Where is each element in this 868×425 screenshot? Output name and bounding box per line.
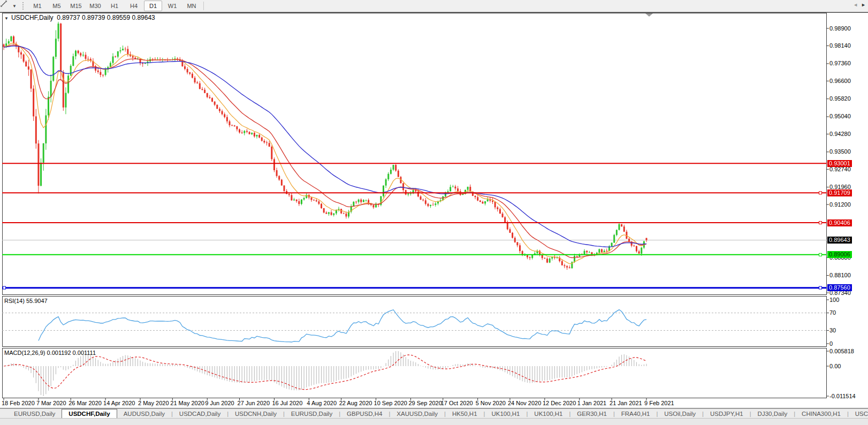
chart-tab-USOil-Daily[interactable]: USOil,Daily [658,409,702,419]
timeframe-button-group: M1M5M15M30H1H4D1W1MN [28,1,201,11]
rsi-axis-tick: 70 [829,309,836,316]
chart-title-ohlc: 0.89737 0.89739 0.89559 0.89643 [57,14,155,21]
status-bar [0,418,868,425]
chart-tab-UK100-H1[interactable]: UK100,H1 [528,409,569,419]
chart-tab-USDCNH-Daily[interactable]: USDCNH,Daily [229,409,283,419]
rsi-axis-tick: 100 [829,297,839,303]
level-line-handle[interactable] [819,222,822,224]
price-axis-tick: 0.93500 [829,148,851,155]
macd-axis-tick: 0.00 [829,363,841,369]
price-axis-tick: 0.91200 [829,201,851,208]
date-axis-label: 26 Mar 2020 [68,400,102,406]
date-axis-label: 9 Jun 2020 [205,400,234,406]
current-price-label: 0.89643 [827,237,852,244]
date-axis-label: 16 Jul 2020 [272,400,302,406]
timeframe-button-H4[interactable]: H4 [125,1,143,11]
timeframe-button-MN[interactable]: MN [182,1,201,11]
date-axis-label: 24 Nov 2020 [508,400,541,406]
toolbar: ▼ M1M5M15M30H1H4D1W1MN [0,0,868,12]
macd-pane[interactable] [3,348,827,398]
date-axis-label: 1 Jan 2021 [577,400,606,406]
date-axis-label: 5 Nov 2020 [476,400,506,406]
chart-tab-CHINA300-H1[interactable]: CHINA300,H1 [795,409,847,419]
chevron-down-icon[interactable]: ▼ [11,1,18,11]
level-price-label: 0.91709 [827,189,852,196]
rsi-pane[interactable] [3,297,827,347]
price-axis-tick: 0.98900 [829,25,851,32]
timeframe-button-W1[interactable]: W1 [163,1,181,11]
level-line-handle[interactable] [3,286,6,289]
chart-canvas[interactable] [0,0,868,408]
timeframe-button-H1[interactable]: H1 [105,1,124,11]
date-axis-label: 9 Feb 2021 [644,400,674,406]
chart-tab-GER30-H1[interactable]: GER30,H1 [570,409,613,419]
date-axis-label: 12 Dec 2020 [543,400,576,406]
chart-tab-FRA40-H1[interactable]: FRA40,H1 [615,409,657,419]
level-line-handle[interactable] [819,286,822,289]
level-price-label: 0.89006 [827,251,852,258]
date-axis-label: 10 Sep 2020 [374,400,407,406]
chart-tab-EURUSD-Daily[interactable]: EURUSD,Daily [285,409,339,419]
timeframe-button-M1[interactable]: M1 [28,1,47,11]
cursor-tool-icon[interactable] [2,1,11,11]
price-axis-tick: 0.96600 [829,78,851,84]
level-line-handle[interactable] [819,192,822,194]
timeframe-button-M5[interactable]: M5 [48,1,66,11]
chart-tab-HK50-H1[interactable]: HK50,H1 [446,409,484,419]
price-axis-tick: 0.94280 [829,131,851,137]
toolbar-separator [203,2,204,10]
timeframe-button-M30[interactable]: M30 [86,1,104,11]
date-axis-label: 18 Feb 2020 [2,400,35,406]
trading-terminal-window: ▼ M1M5M15M30H1H4D1W1MN ▼USDCHF,Daily 0.8… [0,0,868,425]
chart-tab-USC[interactable]: USC [849,409,868,419]
chart-tab-DJ30-Daily[interactable]: DJ30,Daily [751,409,794,419]
chart-tab-AUDUSD-Daily[interactable]: AUDUSD,Daily [117,409,171,419]
date-axis-label: 29 Sep 2020 [408,400,441,406]
level-price-label: 0.93001 [827,160,852,167]
date-axis-label: 14 Apr 2020 [103,400,135,406]
rsi-axis-tick: 0 [829,340,833,347]
chart-menu-caret-icon[interactable]: ▼ [4,16,9,21]
price-axis-tick: 0.97360 [829,60,851,66]
date-axis-label: 17 Oct 2020 [441,400,473,406]
chart-tab-GBPUSD-H4[interactable]: GBPUSD,H4 [340,409,389,419]
level-line-handle[interactable] [819,253,822,256]
chart-tab-bar: EURUSD,DailyUSDCHF,DailyAUDUSD,Daily|USD… [0,408,868,419]
date-axis-label: 7 Mar 2020 [36,400,66,406]
timeframe-button-M15[interactable]: M15 [67,1,85,11]
date-axis-label: 21 Jan 2021 [610,400,642,406]
level-price-label: 0.87560 [827,284,852,291]
date-axis-label: 2 May 2020 [138,400,169,406]
macd-axis-tick: -0.011514 [829,393,856,399]
rsi-axis-tick: 30 [829,327,836,333]
date-axis-label: 4 Aug 2020 [307,400,337,406]
price-axis-tick: 0.88100 [829,272,851,278]
tab-scroll-right-icon[interactable]: ► [860,2,867,8]
chart-title-symbol: USDCHF,Daily [11,14,54,21]
chart-title: ▼USDCHF,Daily 0.89737 0.89739 0.89559 0.… [4,14,155,21]
timeframe-button-D1[interactable]: D1 [144,1,162,11]
toolbar-drag-handle[interactable] [22,2,25,10]
macd-indicator-label: MACD(12,26,9) 0.001192 0.001111 [4,350,96,356]
price-axis-tick: 0.95820 [829,95,851,102]
date-axis-label: 21 May 2020 [170,400,204,406]
level-price-label: 0.90406 [827,219,852,226]
date-axis-label: 27 Jun 2020 [238,400,270,406]
chart-tab-XAUUSD-Daily[interactable]: XAUUSD,Daily [390,409,444,419]
rsi-indicator-label: RSI(14) 55.9047 [4,298,48,304]
price-axis-tick: 0.95040 [829,113,851,119]
tab-scroll-left-icon[interactable]: ◄ [852,2,859,8]
chart-tab-EURUSD-Daily[interactable]: EURUSD,Daily [7,409,62,419]
chart-tab-USDCHF-Daily[interactable]: USDCHF,Daily [62,409,117,419]
main-chart-pane[interactable] [3,13,827,295]
date-axis-label: 22 Aug 2020 [339,400,372,406]
price-axis-tick: 0.98140 [829,42,851,49]
chart-tab-USDJPY-H1[interactable]: USDJPY,H1 [704,409,750,419]
macd-axis-tick: 0.005818 [829,348,854,354]
chart-tab-USDCAD-Daily[interactable]: USDCAD,Daily [173,409,227,419]
chart-tab-UK100-H1[interactable]: UK100,H1 [485,409,526,419]
tab-scroll-buttons: ◄ ► [852,2,867,8]
